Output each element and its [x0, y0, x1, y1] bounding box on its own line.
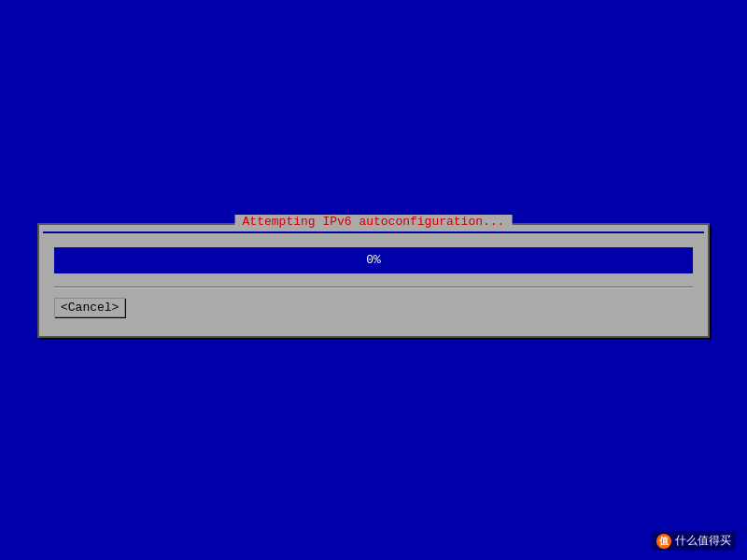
watermark-icon: 值 [656, 534, 671, 549]
watermark: 值 什么值得买 [652, 531, 736, 551]
progress-bar-fill [55, 248, 87, 273]
title-text: Attempting IPv6 autoconfiguration... [243, 215, 505, 229]
watermark-text: 什么值得买 [675, 533, 731, 549]
dialog-title-bar: Attempting IPv6 autoconfiguration... [235, 215, 513, 229]
dialog-content: 0% <Cancel> [39, 234, 708, 336]
dialog-container: Attempting IPv6 autoconfiguration... 0% … [37, 223, 710, 338]
progress-label: 0% [366, 253, 381, 267]
progress-bar-container: 0% [54, 247, 693, 273]
separator [54, 287, 693, 288]
cancel-button[interactable]: <Cancel> [54, 298, 125, 317]
